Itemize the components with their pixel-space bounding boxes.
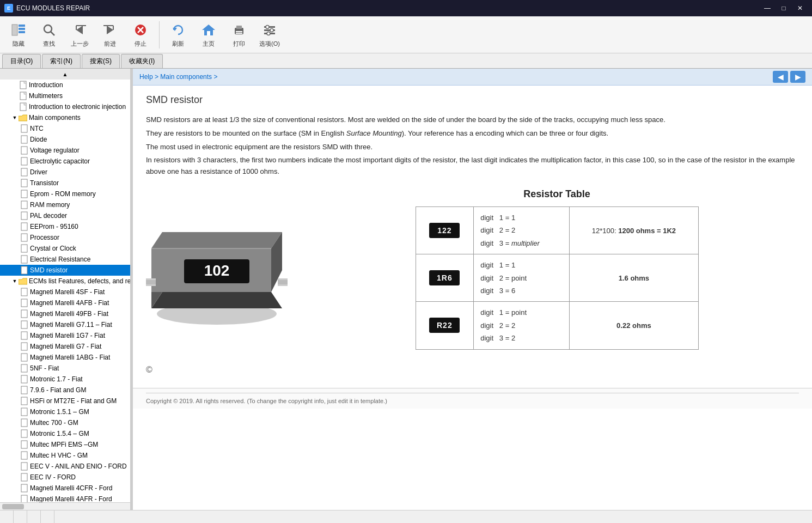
sidebar-item-motronic17[interactable]: Motronic 1.7 - Fiat bbox=[0, 374, 130, 385]
para2-end: ). Your reference has a encoding which c… bbox=[402, 129, 608, 137]
svg-rect-38 bbox=[21, 201, 27, 209]
sidebar-item-smd-resistor[interactable]: SMD resistor bbox=[0, 265, 130, 276]
sidebar-item-multec700[interactable]: Multec 700 - GM bbox=[0, 417, 130, 428]
sidebar-item-hsfi[interactable]: HSFi or MT27E - Fiat and GM bbox=[0, 396, 130, 406]
close-button[interactable]: ✕ bbox=[792, 3, 808, 14]
sidebar-item-voltage-reg[interactable]: Voltage regulator bbox=[0, 145, 130, 156]
svg-rect-59 bbox=[21, 441, 27, 448]
sidebar-label-m4afr: Magneti Marelli 4AFR - Ford bbox=[30, 495, 112, 503]
svg-rect-35 bbox=[21, 168, 27, 176]
sidebar-item-eprom[interactable]: Eprom - ROM memory bbox=[0, 188, 130, 199]
svg-rect-40 bbox=[21, 223, 27, 230]
page-content: SMD resistor SMD resistors are at least … bbox=[133, 86, 812, 388]
sidebar-label-multec-mpfi: Multec MPFi EMS –GM bbox=[30, 441, 98, 448]
sidebar-item-driver[interactable]: Driver bbox=[0, 167, 130, 178]
sidebar-item-eec-anil[interactable]: EEC V - ANIL AND ENIO - FORD bbox=[0, 461, 130, 472]
hide-button[interactable]: 隐藏 bbox=[4, 19, 33, 51]
tab-contents[interactable]: 目录(O) bbox=[2, 54, 41, 68]
sidebar-item-magneti-1abg[interactable]: Magneti Marelli 1ABG - Fiat bbox=[0, 352, 130, 363]
options-button[interactable]: 选项(O) bbox=[255, 19, 284, 51]
sidebar-label-crystal: Crystal or Clock bbox=[30, 245, 76, 252]
sidebar-item-intro-elec[interactable]: Introduction to electronic injection bbox=[0, 101, 130, 112]
table-row-122: 122 digit 1 = 1 digit 2 = 2 digit 3 = mu… bbox=[416, 206, 698, 254]
folder-icon-main bbox=[19, 113, 27, 122]
sidebar-label-eec-iv: EEC IV - FORD bbox=[30, 473, 76, 481]
maximize-button[interactable]: □ bbox=[776, 3, 791, 14]
svg-rect-60 bbox=[21, 452, 27, 459]
page-footer: Copyright © 2019. All rights reserved. (… bbox=[133, 388, 812, 409]
sidebar-item-multec-hvhc[interactable]: Multec H VHC - GM bbox=[0, 450, 130, 461]
sidebar-label-mg7: Magneti Marelli G7 - Fiat bbox=[30, 343, 101, 350]
svg-rect-64 bbox=[21, 495, 27, 503]
minimize-button[interactable]: — bbox=[760, 3, 775, 14]
sidebar-hscroll[interactable] bbox=[0, 502, 130, 510]
doc-icon-crystal bbox=[20, 244, 28, 253]
sidebar-item-eec-iv[interactable]: EEC IV - FORD bbox=[0, 472, 130, 483]
sidebar-item-magneti-1g7[interactable]: Magneti Marelli 1G7 - Fiat bbox=[0, 330, 130, 341]
svg-rect-34 bbox=[21, 157, 27, 165]
sidebar-item-5nf[interactable]: 5NF - Fiat bbox=[0, 363, 130, 374]
sidebar-item-magneti-g7[interactable]: Magneti Marelli G7 - Fiat bbox=[0, 341, 130, 352]
sidebar-label-processor: Processor bbox=[30, 234, 59, 241]
sidebar-item-crystal[interactable]: Crystal or Clock bbox=[0, 243, 130, 254]
doc-icon-m4afb bbox=[20, 299, 28, 307]
search-button[interactable]: 查找 bbox=[35, 19, 63, 51]
sidebar[interactable]: ▲ Introduction Multimeters Introduction … bbox=[0, 69, 131, 510]
svg-rect-42 bbox=[21, 245, 27, 252]
nav-back-button[interactable]: ◀ bbox=[773, 71, 788, 83]
svg-rect-81 bbox=[278, 280, 288, 284]
sidebar-item-magneti-4cfr[interactable]: Magneti Marelli 4CFR - Ford bbox=[0, 483, 130, 494]
svg-rect-58 bbox=[21, 430, 27, 437]
sidebar-item-magneti-4afb[interactable]: Magneti Marelli 4AFB - Fiat bbox=[0, 297, 130, 308]
sidebar-item-multec-mpfi[interactable]: Multec MPFi EMS –GM bbox=[0, 439, 130, 450]
sidebar-item-ram[interactable]: RAM memory bbox=[0, 199, 130, 210]
code-box-122: 122 bbox=[429, 223, 460, 238]
print-button[interactable]: 打印 bbox=[225, 19, 253, 51]
sidebar-item-processor[interactable]: Processor bbox=[0, 232, 130, 243]
digit-cell-122: digit 1 = 1 digit 2 = 2 digit 3 = multip… bbox=[474, 206, 570, 254]
sidebar-item-diode[interactable]: Diode bbox=[0, 134, 130, 145]
sidebar-item-magneti-g711[interactable]: Magneti Marelli G7.11 – Fiat bbox=[0, 319, 130, 330]
doc-icon-multimeters bbox=[19, 92, 27, 100]
sidebar-item-transistor[interactable]: Transistor bbox=[0, 178, 130, 188]
para3: The most used in electronic equipment ar… bbox=[146, 142, 799, 153]
copyright-text: Copyright © 2019. All rights reserved. (… bbox=[146, 398, 387, 404]
sidebar-item-eeprom[interactable]: EEProm - 95160 bbox=[0, 221, 130, 232]
stop-button[interactable]: 停止 bbox=[126, 19, 155, 51]
back-button[interactable]: 上一步 bbox=[65, 19, 94, 51]
stop-label: 停止 bbox=[135, 40, 146, 48]
sidebar-item-elec-resistance[interactable]: Electrical Resistance bbox=[0, 254, 130, 265]
sidebar-item-elec-cap[interactable]: Electrolytic capacitor bbox=[0, 156, 130, 167]
sidebar-item-main-components[interactable]: ▼ Main components bbox=[0, 112, 130, 123]
sidebar-item-ecms[interactable]: ▼ ECMs list Features, defects, and repa bbox=[0, 276, 130, 287]
window-controls: — □ ✕ bbox=[760, 3, 808, 14]
forward-button[interactable]: 前进 bbox=[96, 19, 124, 51]
refresh-button[interactable]: 刷新 bbox=[164, 19, 192, 51]
tab-index[interactable]: 索引(N) bbox=[42, 54, 81, 68]
sidebar-label-ram: RAM memory bbox=[30, 201, 70, 209]
sidebar-item-pal[interactable]: PAL decoder bbox=[0, 210, 130, 221]
sidebar-item-motronic151[interactable]: Motronic 1.5.1 – GM bbox=[0, 406, 130, 417]
sidebar-item-multimeters[interactable]: Multimeters bbox=[0, 90, 130, 101]
digit-cell-r22: digit 1 = point digit 2 = 2 digit 3 = 2 bbox=[474, 302, 570, 349]
sidebar-label-main: Main components bbox=[29, 114, 81, 121]
sidebar-item-ntc[interactable]: NTC bbox=[0, 123, 130, 134]
nav-forward-button[interactable]: ▶ bbox=[790, 71, 805, 83]
sidebar-item-magneti-49fb[interactable]: Magneti Marelli 49FB - Fiat bbox=[0, 308, 130, 319]
sidebar-scroll-up[interactable]: ▲ bbox=[0, 69, 130, 80]
home-button[interactable]: 主页 bbox=[194, 19, 223, 51]
page-title: SMD resistor bbox=[146, 94, 799, 106]
svg-rect-56 bbox=[21, 408, 27, 416]
svg-rect-20 bbox=[236, 31, 242, 32]
svg-text:102: 102 bbox=[204, 262, 230, 279]
content-area: Help > Main components > ◀ ▶ SMD resisto… bbox=[133, 69, 812, 510]
sidebar-item-introduction[interactable]: Introduction bbox=[0, 80, 130, 90]
tab-bookmarks[interactable]: 收藏夹(I) bbox=[121, 54, 163, 68]
svg-marker-9 bbox=[107, 26, 113, 34]
status-item-4 bbox=[45, 510, 54, 523]
sidebar-item-motronic154[interactable]: Motronic 1.5.4 – GM bbox=[0, 428, 130, 439]
sidebar-item-796[interactable]: 7.9.6 - Fiat and GM bbox=[0, 385, 130, 396]
sidebar-label-m1g7: Magneti Marelli 1G7 - Fiat bbox=[30, 332, 105, 339]
sidebar-item-magneti-4sf[interactable]: Magneti Marelli 4SF - Fiat bbox=[0, 287, 130, 297]
tab-search[interactable]: 搜索(S) bbox=[82, 54, 120, 68]
